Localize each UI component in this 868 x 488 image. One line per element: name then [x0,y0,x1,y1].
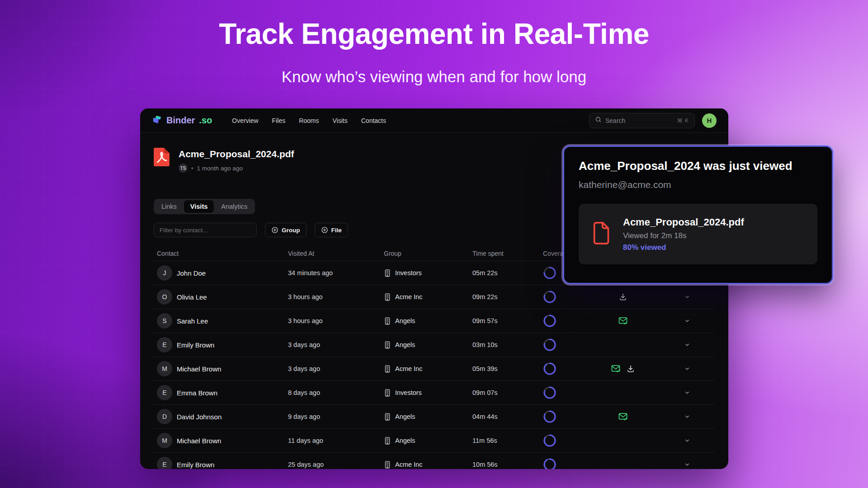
visited-at-cell: 8 days ago [285,389,381,396]
contact-name: Olivia Lee [177,293,207,301]
add-group-button[interactable]: Group [265,223,307,237]
table-row[interactable]: SSarah Lee3 hours agoAngels09m 57s [154,309,715,333]
notification-popup[interactable]: Acme_Proposal_2024 was just viewed kathe… [563,145,833,284]
time-spent-cell: 04m 44s [469,413,540,420]
actions-cell [587,413,659,421]
search-shortcut: ⌘ K [677,117,689,124]
app-navbar: Binder.so OverviewFilesRoomsVisitsContac… [140,108,728,133]
brand-tld: .so [199,115,212,126]
visited-at-cell: 11 days ago [285,437,381,444]
table-row[interactable]: MMichael Brown11 days agoAngels11m 56s [154,428,715,452]
coverage-ring [543,266,557,280]
time-spent-cell: 11m 56s [469,437,540,444]
contact-avatar: S [157,313,172,328]
group-cell: Acme Inc [381,365,469,373]
nav-link-files[interactable]: Files [272,117,286,124]
chevron-down-icon [684,366,690,372]
search-input[interactable]: Search ⌘ K [589,113,695,128]
expand-row-button[interactable] [659,389,715,396]
plus-circle-icon [271,226,278,234]
mail-check-icon[interactable] [618,317,627,325]
filter-contact-input[interactable] [154,223,257,237]
chevron-down-icon [684,342,690,348]
group-name: Investors [395,389,422,396]
notification-file-text: Acme_Proposal_2024.pdf Viewed for 2m 18s… [623,216,744,252]
group-cell: Angels [381,413,469,421]
coverage-ring [543,458,557,469]
col-header-contact: Contact [154,250,285,257]
tab-analytics[interactable]: Analytics [215,200,254,213]
coverage-ring [543,338,557,352]
building-icon [384,269,391,277]
tab-links[interactable]: Links [155,200,183,213]
notification-file-card: Acme_Proposal_2024.pdf Viewed for 2m 18s… [579,204,817,264]
contact-avatar: D [157,409,172,424]
coverage-ring [543,434,557,447]
table-row[interactable]: DDavid Johnson9 days agoAngels04m 44s [154,404,715,428]
user-avatar[interactable]: H [702,113,717,128]
building-icon [384,317,391,325]
group-name: Angels [395,413,415,420]
download-icon[interactable] [627,365,635,373]
mail-check-icon[interactable] [611,365,620,373]
coverage-cell [540,386,587,399]
contact-cell: SSarah Lee [154,313,285,328]
table-row[interactable]: OOlivia Lee3 hours agoAcme Inc09m 22s [154,285,715,309]
time-spent-cell: 03m 10s [469,341,540,348]
col-header-group: Group [381,250,469,257]
table-row[interactable]: MMichael Brown3 days agoAcme Inc05m 39s [154,357,715,380]
expand-row-button[interactable] [659,294,715,300]
nav-link-contacts[interactable]: Contacts [361,117,386,124]
nav-link-visits[interactable]: Visits [333,117,348,124]
time-spent-cell: 10m 56s [469,461,540,468]
group-name: Acme Inc [395,293,422,300]
file-updated-text: 1 month ago ago [197,165,243,172]
notification-file-name: Acme_Proposal_2024.pdf [623,216,744,228]
contact-cell: EEmma Brown [154,385,285,400]
contact-cell: MMichael Brown [154,433,285,448]
brand-logo[interactable]: Binder.so [152,114,212,127]
pdf-file-icon [154,148,170,173]
download-icon[interactable] [619,293,627,301]
actions-cell [587,317,659,325]
time-spent-cell: 09m 57s [469,317,540,324]
notification-viewed-for: Viewed for 2m 18s [623,231,744,240]
contact-cell: OOlivia Lee [154,289,285,305]
contact-cell: DDavid Johnson [154,409,285,424]
hero-subtitle: Know who’s viewing when and for how long [0,68,868,86]
group-name: Acme Inc [395,365,422,372]
expand-row-button[interactable] [659,366,715,372]
nav-link-rooms[interactable]: Rooms [299,117,319,124]
group-cell: Acme Inc [381,293,469,301]
group-name: Angels [395,317,415,324]
file-meta: TS • 1 month ago ago [179,164,294,173]
expand-row-button[interactable] [659,437,715,444]
nav-link-overview[interactable]: Overview [232,117,258,124]
building-icon [384,437,391,445]
contact-cell: MMichael Brown [154,361,285,376]
table-row[interactable]: EEmma Brown8 days agoInvestors09m 07s [154,380,715,404]
expand-row-button[interactable] [659,342,715,348]
expand-row-button[interactable] [659,413,715,420]
chevron-down-icon [684,413,690,420]
table-row[interactable]: EEmily Brown25 days agoAcme Inc10m 56s [154,452,715,469]
expand-row-button[interactable] [659,318,715,324]
tab-visits[interactable]: Visits [184,200,214,213]
contact-cell: EEmily Brown [154,337,285,352]
table-row[interactable]: EEmily Brown3 days agoAngels03m 10s [154,333,715,357]
contact-name: Michael Brown [177,365,221,373]
add-button-label: Group [282,227,300,234]
expand-row-button[interactable] [659,461,715,468]
mail-check-icon[interactable] [618,413,627,421]
coverage-cell [540,314,587,328]
col-header-time-spent: Time spent [469,250,540,257]
add-file-button[interactable]: File [315,223,348,237]
search-icon [595,116,602,125]
add-buttons: GroupFile [265,223,348,237]
building-icon [384,365,391,373]
time-spent-cell: 05m 22s [469,269,540,277]
coverage-ring [543,290,557,304]
add-button-label: File [331,227,342,234]
coverage-cell [540,434,587,447]
group-name: Investors [395,269,422,277]
